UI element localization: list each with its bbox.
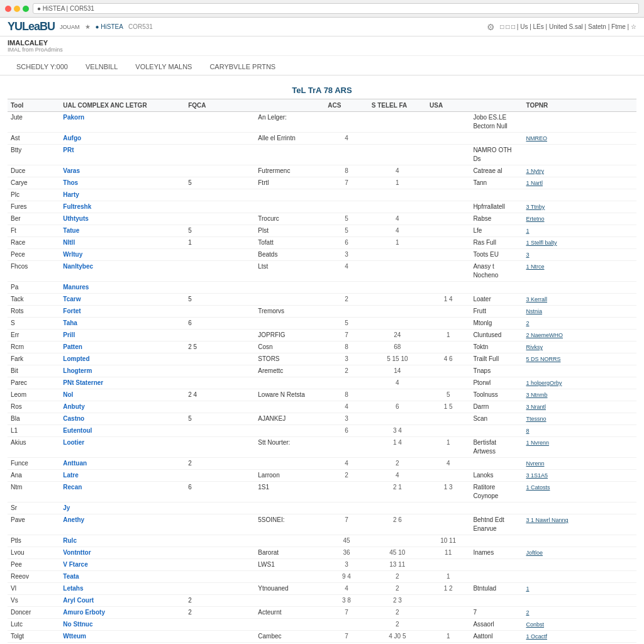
topic-link[interactable]: 3 Ntnmb <box>526 392 547 398</box>
cell-24-3 <box>255 425 325 437</box>
minimize-btn[interactable] <box>14 6 20 12</box>
cell-21-4: 8 <box>325 389 368 401</box>
cell-1-8: NMREO <box>523 133 636 145</box>
cell-16-1: Prill <box>60 330 185 341</box>
close-btn[interactable] <box>5 6 11 12</box>
nav-tab-1[interactable]: VELNBILL <box>77 60 126 75</box>
topic-link[interactable]: Ertetno <box>526 216 544 222</box>
topic-link[interactable]: 3 Nrantl <box>526 404 546 410</box>
cell-13-8: 3 Kerrall <box>523 294 636 306</box>
cell-23-4: 3 <box>325 413 368 425</box>
table-row: PeceWrltuyBeatds3Toots EU3 <box>8 249 636 261</box>
cell-30-3: 5SOINEI: <box>255 514 325 535</box>
cell-12-7 <box>470 282 523 294</box>
component-name: Varas <box>63 167 80 174</box>
cell-32-2 <box>185 547 255 559</box>
topic-link[interactable]: 1 Ocactf <box>526 633 547 640</box>
table-row: LvouVontnttorBarorat3645 1011InamesJoftl… <box>8 547 636 559</box>
cell-19-5: 14 <box>369 365 426 377</box>
cell-24-0: L1 <box>8 425 60 437</box>
cell-0-6 <box>426 112 470 133</box>
cell-22-4: 4 <box>325 401 368 413</box>
table-row: FunceAnttuan2424Nvrenn <box>8 458 636 470</box>
cell-24-1: Eutentoul <box>60 425 185 437</box>
topic-link[interactable]: Ttessno <box>526 416 546 422</box>
cell-4-3: Ftrtl <box>255 177 325 189</box>
topic-link[interactable]: 2 <box>526 609 529 616</box>
topic-link[interactable]: 3 1S1A5 <box>526 472 548 479</box>
topic-link[interactable]: 1 Catosts <box>526 484 550 491</box>
table-row: AnaLatreLarroon24Lanoks3 1S1A5 <box>8 470 636 482</box>
cell-8-0: Ft <box>8 225 60 237</box>
cell-26-7 <box>470 458 523 470</box>
cell-22-0: Ros <box>8 401 60 413</box>
cell-21-5 <box>369 389 426 401</box>
topic-link[interactable]: 1 Ntrce <box>526 264 544 270</box>
topic-link[interactable]: Nvrenn <box>526 460 544 467</box>
topic-link[interactable]: 1 <box>526 586 529 592</box>
maximize-btn[interactable] <box>23 6 29 12</box>
cell-30-4: 7 <box>325 514 368 535</box>
app-code: COR531 <box>128 23 153 30</box>
cell-12-3 <box>255 282 325 294</box>
cell-14-7: Frutt <box>470 306 523 318</box>
cell-27-1: Latre <box>60 470 185 482</box>
cell-19-0: Bit <box>8 365 60 377</box>
col-header-component: UAL COMPLEX ANC LETGR <box>60 99 185 112</box>
cell-14-3: Tremorvs <box>255 306 325 318</box>
col-header-blank2 <box>470 99 523 112</box>
component-name: Taha <box>63 319 77 326</box>
table-container: TeL TrA 78 ARS Tool UAL COMPLEX ANC LETG… <box>0 75 644 644</box>
topic-link[interactable]: 3 Ttnby <box>526 204 545 210</box>
nav-tab-2[interactable]: VOLEYLY MALNS <box>126 60 201 75</box>
cell-26-1: Anttuan <box>60 458 185 470</box>
cell-37-3: Acteurnt <box>255 607 325 619</box>
component-name: Nltll <box>63 239 75 246</box>
cell-19-2 <box>185 365 255 377</box>
topic-link[interactable]: 1 Nvrenn <box>526 440 549 446</box>
gear-icon[interactable]: ⚙ <box>487 22 495 32</box>
topic-link[interactable]: 1 holpergOrby <box>526 380 562 386</box>
cell-32-5: 45 10 <box>369 547 426 559</box>
cell-5-8 <box>523 189 636 201</box>
cell-23-7: Scan <box>470 413 523 425</box>
cell-13-5 <box>369 294 426 306</box>
table-row: FtTatue5Plst54Lfe1 <box>8 225 636 237</box>
cell-15-8: 2 <box>523 318 636 330</box>
topic-link[interactable]: 1 Nytry <box>526 168 544 174</box>
topic-link[interactable]: 3 Kerrall <box>526 296 547 303</box>
cell-3-6 <box>426 165 470 177</box>
nav-tab-3[interactable]: CARYBVLLE PRTNS <box>201 60 284 75</box>
topic-link[interactable]: Conbst <box>526 621 544 628</box>
address-bar[interactable]: ● HiSTEA | COR531 <box>33 3 639 14</box>
cell-8-4: 5 <box>325 225 368 237</box>
topic-link[interactable]: 1 Nartl <box>526 180 543 186</box>
cell-38-2 <box>185 619 255 631</box>
topic-link[interactable]: Rivksy <box>526 344 543 350</box>
cell-14-8: Nstnia <box>523 306 636 318</box>
topic-link[interactable]: 1 Stelfl balty <box>526 240 557 246</box>
cell-6-2 <box>185 201 255 213</box>
browser-controls <box>5 6 29 12</box>
cell-13-3 <box>255 294 325 306</box>
topic-link[interactable]: Joftloe <box>526 550 543 556</box>
nav-tab-0[interactable]: SCHEDLY Y:000 <box>8 60 77 75</box>
topic-link[interactable]: 2 <box>526 320 529 326</box>
component-name: Lompted <box>63 355 89 362</box>
topic-link[interactable]: 8 <box>526 428 529 434</box>
topic-link[interactable]: 3 <box>526 252 529 258</box>
cell-29-2 <box>185 502 255 514</box>
topic-link[interactable]: NMREO <box>526 135 547 142</box>
col-header-blank1 <box>255 99 325 112</box>
table-head: Tool UAL COMPLEX ANC LETGR FQCA ACS S TE… <box>8 99 636 112</box>
topic-link[interactable]: 5 DS NORRS <box>526 356 560 362</box>
table-row: ReeovTeata9 421 <box>8 571 636 583</box>
topic-link[interactable]: 2 NaemeWHO <box>526 332 563 338</box>
topic-link[interactable]: 1 <box>526 228 529 234</box>
cell-28-8: 1 Catosts <box>523 482 636 502</box>
topic-link[interactable]: 3 1 Nawrl Nanng <box>526 517 568 523</box>
topic-link[interactable]: Nstnia <box>526 308 542 314</box>
cell-1-3: Alle el Errintn <box>255 133 325 145</box>
cell-31-1: Rulc <box>60 535 185 547</box>
sub-header-subtitle: IMAL from ProAdmins <box>8 47 636 53</box>
